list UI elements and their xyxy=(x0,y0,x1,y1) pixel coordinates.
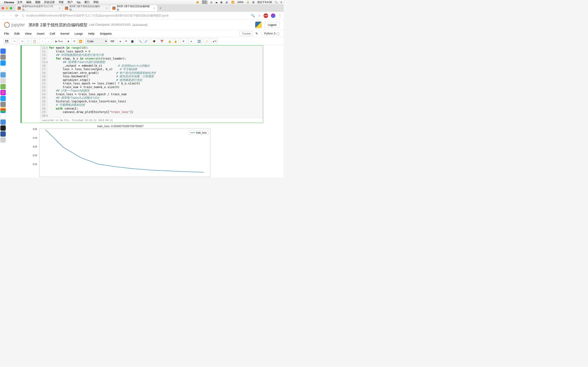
maximize-window-button[interactable] xyxy=(10,7,12,9)
tb-eye-icon[interactable]: 👁 xyxy=(123,38,130,44)
tb-presentation-icon[interactable]: 🎓 xyxy=(151,38,157,44)
menubar-cat-icon[interactable]: 🐱 xyxy=(196,1,199,4)
dock-app-icon[interactable] xyxy=(0,54,6,60)
tb-brush-icon[interactable]: 🖌▾ xyxy=(212,38,218,44)
forward-button[interactable]: → xyxy=(9,13,12,18)
code-source[interactable]: for epoch in range(10): train_loss_epoch… xyxy=(47,46,263,118)
jp-menu-edit[interactable]: Edit xyxy=(14,32,20,35)
dock-safari-icon[interactable] xyxy=(0,60,6,66)
tb-target-icon[interactable]: ◈ xyxy=(117,38,123,44)
menu-file[interactable]: 文件 xyxy=(17,0,22,4)
kernel-indicator[interactable]: Python 3 xyxy=(264,32,279,35)
jupyter-logo[interactable]: jupyter xyxy=(4,22,25,28)
code-cell[interactable]: ▼111213▼1415161718192021222324252627▼282… xyxy=(20,45,263,123)
jp-menu-file[interactable]: File xyxy=(4,32,9,35)
jp-menu-insert[interactable]: Insert xyxy=(37,32,44,35)
celltype-select[interactable]: Code xyxy=(85,38,108,44)
menubar-dnd-icon[interactable]: ◐ xyxy=(221,1,223,4)
menu-bookmarks[interactable]: 书签 xyxy=(58,0,64,4)
tb-github-icon[interactable]: ♦ xyxy=(188,38,194,44)
new-tab-button[interactable]: + xyxy=(158,5,163,11)
dock-calendar-icon[interactable] xyxy=(0,66,6,72)
dock-qq-icon[interactable] xyxy=(0,114,6,119)
close-window-button[interactable] xyxy=(2,7,4,9)
menubar-grid-icon[interactable]: ⊞ xyxy=(252,1,254,4)
battery-icon[interactable]: 🔋 xyxy=(246,1,250,4)
run-button[interactable]: ▶ Run xyxy=(53,38,65,44)
logout-button[interactable]: Logout xyxy=(265,22,279,28)
tb-wand-icon[interactable]: 🪄 xyxy=(204,38,210,44)
jp-menu-help[interactable]: Help xyxy=(88,32,95,35)
reload-button[interactable]: ⟳ xyxy=(15,13,18,18)
close-tab-icon[interactable]: × xyxy=(106,7,108,10)
spotlight-icon[interactable]: 🔍 xyxy=(275,1,278,4)
menu-help[interactable]: 帮助 xyxy=(93,0,99,4)
tb-zoom-in-icon[interactable]: 🔎 xyxy=(143,38,149,44)
move-up-button[interactable]: ↑ xyxy=(39,38,45,44)
tab-2[interactable]: 第8章 3基于卷积层的自编码降…× xyxy=(63,5,110,11)
dock-app-icon[interactable] xyxy=(0,84,6,89)
trusted-badge[interactable]: Trusted xyxy=(240,31,253,36)
app-name[interactable]: Chrome xyxy=(4,1,14,4)
dock-settings-icon[interactable] xyxy=(0,102,6,107)
restart-run-all-button[interactable]: ⏩ xyxy=(78,38,84,44)
keyboard-button[interactable]: ⌨ xyxy=(109,38,116,44)
insert-cell-button[interactable]: ＋ xyxy=(11,38,17,44)
menubar-circle-icon[interactable]: ◎ xyxy=(210,1,212,4)
tb-calendar-icon[interactable]: 📅 xyxy=(159,38,165,44)
dock-trash-icon[interactable] xyxy=(0,137,6,142)
jp-menu-kernel[interactable]: Kernel xyxy=(61,32,69,35)
dock-appstore-icon[interactable] xyxy=(0,96,6,101)
save-button[interactable]: 💾 xyxy=(4,38,10,44)
dock-rstudio-icon[interactable] xyxy=(0,119,6,125)
url-field[interactable]: ⓘlocalhost:8888/notebooks/慕课/Pytorch深度学习… xyxy=(21,14,248,17)
restart-button[interactable]: ⟳ xyxy=(71,38,78,44)
jp-menu-langs[interactable]: Langs xyxy=(75,32,83,35)
menu-window[interactable]: 窗口 xyxy=(84,0,90,4)
copy-button[interactable]: 📄 xyxy=(25,38,31,44)
dock-app-icon[interactable] xyxy=(0,72,6,77)
dock-chrome-icon[interactable] xyxy=(0,108,6,113)
menu-users[interactable]: 用户 xyxy=(67,0,73,4)
menubar-wifi-icon[interactable]: 📶 xyxy=(231,1,234,4)
menubar-list-icon[interactable]: ≡ xyxy=(281,1,282,4)
dock-app-icon[interactable] xyxy=(0,90,6,95)
profile-avatar[interactable] xyxy=(271,13,276,18)
tb-snowflake-icon[interactable]: ❄ xyxy=(181,38,187,44)
menubar-cloud-icon[interactable]: ☁ xyxy=(215,1,218,4)
edit-icon[interactable]: ✎ xyxy=(255,32,258,35)
tab-1[interactable]: 慕课/Pytorch深度学习入门与实…× xyxy=(16,5,62,11)
cut-button[interactable]: ✂ xyxy=(19,38,25,44)
star-icon[interactable]: ☆ xyxy=(258,14,261,17)
cell-input[interactable]: ▼111213▼1415161718192021222324252627▼282… xyxy=(40,45,263,123)
jp-menu-cell[interactable]: Cell xyxy=(50,32,55,35)
paste-button[interactable]: 📋 xyxy=(31,38,38,44)
dock-finder-icon[interactable] xyxy=(0,49,6,54)
menu-view[interactable]: 视图 xyxy=(35,0,40,4)
chrome-menu-icon[interactable]: ⋮ xyxy=(278,14,282,17)
tb-unlock-icon[interactable]: 🔓 xyxy=(173,38,179,44)
menubar-sound-icon[interactable]: 🔊 xyxy=(225,1,228,4)
zoom-icon[interactable]: 🔍 xyxy=(251,14,255,17)
tab-3-active[interactable]: 第8章 2基于线性层的自编码模型× xyxy=(110,5,157,11)
move-down-button[interactable]: ↓ xyxy=(45,38,52,44)
tb-toggle-icon[interactable]: ⬤ xyxy=(130,38,136,44)
close-tab-icon[interactable]: × xyxy=(59,7,61,10)
dock-terminal-icon[interactable] xyxy=(0,125,6,131)
tb-lock-icon[interactable]: 🔒 xyxy=(167,38,173,44)
menu-tab[interactable]: Tab xyxy=(76,1,81,4)
tb-zoom-out-icon[interactable]: 🔍 xyxy=(137,38,143,44)
tb-translate-icon[interactable]: 🔤 xyxy=(196,38,202,44)
close-tab-icon[interactable]: × xyxy=(154,7,155,10)
minimize-window-button[interactable] xyxy=(6,7,8,9)
menu-history[interactable]: 历史记录 xyxy=(44,0,55,4)
site-info-icon[interactable]: ⓘ xyxy=(22,14,25,17)
back-button[interactable]: ← xyxy=(2,13,6,18)
jp-menu-view[interactable]: View xyxy=(25,32,31,35)
menu-edit[interactable]: 编辑 xyxy=(26,0,31,4)
jp-menu-snippets[interactable]: Snippets xyxy=(100,32,112,35)
dock-app-icon[interactable] xyxy=(0,78,6,83)
abp-extension-icon[interactable]: ABP xyxy=(264,13,268,18)
notebook-name[interactable]: 第8章 2基于线性层的自编码模型 xyxy=(29,22,87,28)
dock-word-icon[interactable] xyxy=(0,131,6,137)
